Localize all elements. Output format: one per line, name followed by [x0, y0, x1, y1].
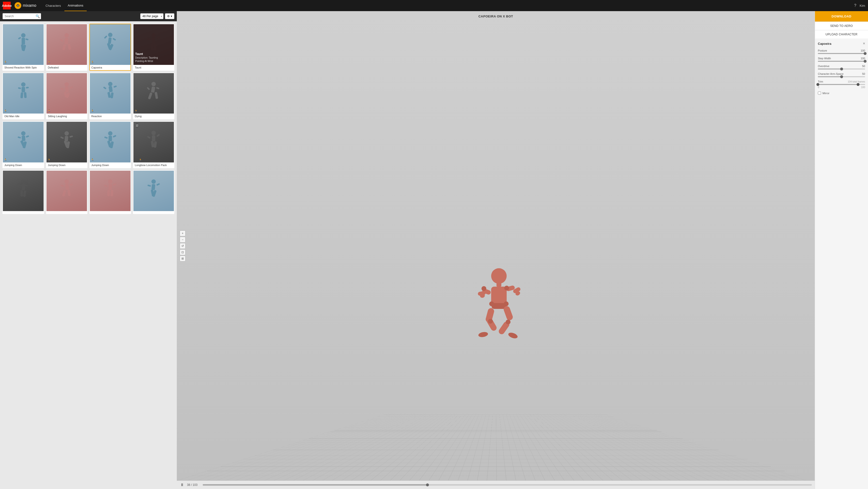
svg-rect-111 — [503, 305, 514, 321]
svg-rect-70 — [147, 136, 151, 139]
anim-thumb-4: Taunt Description: TauntingPointing At W… — [133, 24, 174, 65]
svg-point-113 — [507, 332, 518, 339]
pause-button[interactable]: ⏸ — [180, 483, 185, 487]
svg-rect-39 — [108, 86, 113, 92]
anim-card-15[interactable] — [89, 170, 131, 214]
anim-thumb-7: 🏃 — [90, 73, 130, 114]
arm-space-setting: Character Arm-Space 50 — [818, 72, 865, 77]
mirror-checkbox[interactable] — [818, 92, 821, 95]
anim-thumb-5: 🏃 — [3, 73, 43, 114]
anim-card-11[interactable]: 🏃 Jumping Down — [89, 121, 131, 168]
run-icon-6: 🏃 — [48, 109, 51, 112]
overdrive-thumb[interactable] — [840, 68, 843, 70]
step-width-value: 100 — [861, 57, 865, 60]
svg-rect-48 — [148, 92, 153, 99]
anim-thumb-3: 🏃 — [90, 24, 130, 65]
svg-rect-95 — [156, 183, 160, 186]
anim-thumb-10: 🏃 — [46, 122, 87, 162]
run-icon-1: 🏃 — [4, 61, 7, 64]
svg-point-119 — [504, 286, 509, 291]
step-width-slider[interactable] — [818, 61, 865, 62]
anim-card-13[interactable] — [2, 170, 44, 214]
step-width-setting: Step Width 100 — [818, 57, 865, 62]
timeline-thumb[interactable] — [426, 483, 429, 486]
svg-rect-58 — [60, 136, 64, 139]
posture-value: 100 — [861, 49, 865, 52]
run-icon-3: 🏃 — [91, 61, 94, 64]
settings-title: Capoeira — [818, 42, 831, 45]
upload-character-button[interactable]: UPLOAD CHARACTER — [815, 30, 868, 38]
zoom-in-button[interactable]: + — [180, 230, 186, 236]
anim-card-2[interactable]: 🏃 Defeated — [46, 24, 88, 71]
anim-card-1[interactable]: 🏃 Shoved Reaction With Spin — [2, 24, 44, 71]
step-width-thumb[interactable] — [864, 60, 867, 63]
anim-label-1: Shoved Reaction With Spin — [3, 65, 43, 70]
nav-animations[interactable]: Animations — [64, 0, 87, 11]
anim-card-5[interactable]: 🏃 Old Man Idle — [2, 73, 44, 120]
anim-card-10[interactable]: 🏃 Jumping Down — [46, 121, 88, 168]
arm-space-slider[interactable] — [818, 76, 865, 77]
anim-label-15 — [90, 211, 130, 214]
svg-rect-49 — [155, 92, 158, 99]
download-button[interactable]: DOWNLOAD — [815, 11, 868, 22]
grid-settings-button[interactable]: ⚙ ▾ — [165, 13, 175, 19]
anim-card-4[interactable]: Taunt Description: TauntingPointing At W… — [133, 24, 175, 71]
tooltip-desc: Description: TauntingPointing At Wrist — [135, 56, 172, 63]
trim-label-row: Trim 104 total frames — [818, 80, 865, 83]
arm-space-thumb[interactable] — [840, 75, 843, 78]
anim-label-7: Reaction — [90, 113, 130, 119]
reset-view-button[interactable]: ⊡ — [180, 249, 186, 255]
anim-thumb-12: 12 🏃 — [133, 122, 174, 162]
step-width-label: Step Width — [818, 57, 831, 60]
send-to-aero-button[interactable]: SEND TO AERO — [815, 22, 868, 30]
adobe-logo[interactable]: Adobe — [3, 2, 11, 9]
viewport-3d: CAPOEIRA ON X BOT — [177, 11, 815, 481]
anim-card-9[interactable]: 🏃 Jumping Down — [2, 121, 44, 168]
settings-header: Capoeira × — [818, 41, 865, 46]
left-panel: 🔍 12 Per page 24 Per page 48 Per page 96… — [0, 11, 177, 489]
svg-rect-69 — [152, 135, 155, 141]
settings-close-button[interactable]: × — [863, 41, 865, 46]
svg-rect-40 — [103, 87, 106, 89]
main-nav: Characters Animations — [42, 0, 87, 11]
overdrive-fill — [818, 68, 842, 69]
search-icon[interactable]: 🔍 — [36, 14, 40, 18]
anim-card-12[interactable]: 12 🏃 Longbow Locomotion Pack — [133, 121, 175, 168]
zoom-out-button[interactable]: − — [180, 237, 186, 242]
svg-point-26 — [21, 82, 25, 87]
step-width-fill — [818, 61, 865, 62]
svg-rect-52 — [18, 136, 21, 138]
anim-card-8[interactable]: 🏃 Dying — [133, 73, 175, 120]
overdrive-setting: Overdrive 50 — [818, 65, 865, 69]
header: Adobe M mixamo Characters Animations ? K… — [0, 0, 868, 11]
trim-range — [818, 84, 858, 85]
search-input[interactable] — [2, 13, 41, 20]
trim-left-thumb[interactable] — [816, 83, 819, 86]
mirror-label[interactable]: Mirror — [823, 92, 830, 95]
search-controls: 12 Per page 24 Per page 48 Per page 96 P… — [140, 13, 175, 19]
timeline-track[interactable] — [203, 484, 812, 486]
svg-rect-10 — [60, 39, 63, 42]
svg-point-62 — [108, 131, 113, 136]
frame-button[interactable]: ⊞ — [180, 256, 186, 261]
posture-slider[interactable] — [818, 53, 865, 54]
posture-thumb[interactable] — [864, 52, 867, 55]
per-page-select[interactable]: 12 Per page 24 Per page 48 Per page 96 P… — [140, 13, 163, 19]
timeline-progress — [203, 484, 428, 486]
anim-label-6: Sitting Laughing — [46, 113, 87, 119]
anim-card-6[interactable]: 🏃 Sitting Laughing — [46, 73, 88, 120]
anim-card-16[interactable] — [133, 170, 175, 214]
help-icon[interactable]: ? — [854, 3, 857, 8]
trim-right-thumb[interactable] — [857, 83, 860, 86]
anim-card-14[interactable] — [46, 170, 88, 214]
nav-characters[interactable]: Characters — [42, 0, 64, 11]
trim-track[interactable] — [818, 84, 865, 85]
svg-rect-43 — [110, 92, 113, 98]
user-name[interactable]: Kim — [860, 4, 865, 7]
anim-card-7[interactable]: 🏃 Reaction — [89, 73, 131, 120]
rotate-button[interactable]: ↺ — [180, 243, 186, 249]
svg-point-110 — [478, 331, 489, 338]
anim-card-3[interactable]: 🏃 Capoeira — [89, 24, 131, 71]
anim-label-14 — [46, 211, 87, 214]
overdrive-slider[interactable] — [818, 68, 865, 69]
